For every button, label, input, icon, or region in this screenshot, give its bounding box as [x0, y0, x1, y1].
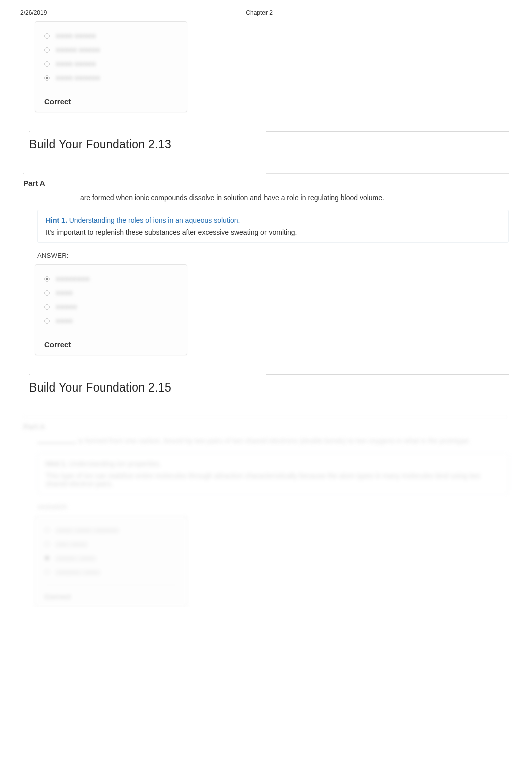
- option-row[interactable]: ■■■■■ ■■■■■: [44, 43, 178, 57]
- hint-topic: Understanding the roles of ions in an aq…: [69, 216, 240, 224]
- question-text: are formed when ionic compounds dissolve…: [37, 192, 509, 203]
- option-row[interactable]: ■■■ ■■■■: [44, 537, 178, 551]
- option-list: ■■■■ ■■■■■ ■■■■■ ■■■■■ ■■■■ ■■■■■ ■■■■ ■…: [44, 29, 178, 90]
- result-label: Correct: [44, 97, 178, 106]
- hint-topic: Understanding ion properties.: [69, 460, 161, 468]
- radio-icon: [44, 318, 50, 324]
- radio-icon: [44, 33, 50, 39]
- option-label: ■■■■ ■■■■■: [56, 32, 96, 40]
- section-title-215: Build Your Foundation 2.15: [29, 374, 509, 395]
- answer-panel-213: ■■■■■■■■ ■■■■ ■■■■■ ■■■■ Correct: [35, 264, 187, 355]
- page-chapter: Chapter 2: [27, 9, 492, 16]
- option-label: ■■■■■■ ■■■■: [56, 568, 100, 576]
- prev-answer-panel: ■■■■ ■■■■■ ■■■■■ ■■■■■ ■■■■ ■■■■■ ■■■■ ■…: [35, 21, 187, 112]
- result-label: Correct: [44, 592, 178, 601]
- question-suffix: are formed when ionic compounds dissolve…: [78, 193, 384, 202]
- option-row[interactable]: ■■■■: [44, 286, 178, 300]
- hint-body: It's important to replenish these substa…: [46, 228, 500, 236]
- hint-box: Hint 1. Understanding the roles of ions …: [37, 210, 509, 243]
- page: 2/26/2019 Chapter 2 ■■■■ ■■■■■ ■■■■■ ■■■…: [0, 0, 532, 607]
- part-label: Part A: [23, 417, 509, 431]
- option-row[interactable]: ■■■■■ ■■■■: [44, 551, 178, 565]
- option-row[interactable]: ■■■■: [44, 314, 178, 328]
- option-label: ■■■■: [56, 289, 73, 297]
- radio-icon: [44, 290, 50, 296]
- part-label: Part A: [23, 173, 509, 187]
- radio-icon: [44, 527, 50, 533]
- option-row[interactable]: ■■■■ ■■■■■: [44, 57, 178, 71]
- radio-icon: [44, 276, 50, 282]
- hint-title: Hint 1. Understanding the roles of ions …: [46, 216, 500, 224]
- option-list: ■■■■ ■■■■ ■■■■■■ ■■■ ■■■■ ■■■■■ ■■■■ ■■■…: [44, 523, 178, 585]
- radio-icon: [44, 569, 50, 575]
- hint-box: Hint 1. Understanding ion properties. Th…: [37, 453, 509, 494]
- option-label: ■■■■■ ■■■■: [56, 554, 96, 562]
- option-row[interactable]: ■■■■■: [44, 300, 178, 314]
- hint-body: This type of ion can stabilize entire mo…: [46, 472, 500, 488]
- question-text: is formed from one carbon, bound by two …: [37, 436, 509, 446]
- option-row[interactable]: ■■■■ ■■■■ ■■■■■■: [44, 523, 178, 537]
- hint-label: Hint 1.: [46, 460, 67, 468]
- option-row[interactable]: ■■■■ ■■■■■: [44, 29, 178, 43]
- option-row[interactable]: ■■■■■■ ■■■■: [44, 565, 178, 579]
- radio-icon: [44, 47, 50, 53]
- radio-icon: [44, 61, 50, 67]
- hint-label: Hint 1.: [46, 216, 67, 224]
- option-label: ■■■■ ■■■■■■: [56, 74, 100, 82]
- option-label: ■■■■■ ■■■■■: [56, 46, 100, 54]
- page-meta-header: 2/26/2019 Chapter 2: [20, 0, 512, 21]
- hidden-content-215: Part A is formed from one carbon, bound …: [23, 417, 509, 607]
- option-list: ■■■■■■■■ ■■■■ ■■■■■ ■■■■: [44, 272, 178, 333]
- option-row[interactable]: ■■■■■■■■: [44, 272, 178, 286]
- option-label: ■■■■ ■■■■■: [56, 60, 96, 68]
- option-label: ■■■■: [56, 317, 73, 325]
- option-row[interactable]: ■■■■ ■■■■■■: [44, 71, 178, 85]
- radio-icon: [44, 541, 50, 547]
- answer-label: ANSWER:: [37, 252, 509, 259]
- radio-icon: [44, 304, 50, 310]
- option-label: ■■■■■■■■: [56, 275, 90, 283]
- option-label: ■■■■■: [56, 303, 77, 311]
- result-label: Correct: [44, 340, 178, 349]
- fill-blank: [37, 193, 76, 200]
- radio-icon: [44, 75, 50, 81]
- question-suffix: is formed from one carbon, bound by two …: [78, 437, 471, 445]
- answer-panel-215: ■■■■ ■■■■ ■■■■■■ ■■■ ■■■■ ■■■■■ ■■■■ ■■■…: [35, 516, 187, 607]
- answer-label: ANSWER:: [37, 503, 509, 511]
- hint-title: Hint 1. Understanding ion properties.: [46, 460, 500, 468]
- section-title-213: Build Your Foundation 2.13: [29, 131, 509, 151]
- option-label: ■■■■ ■■■■ ■■■■■■: [56, 526, 119, 534]
- option-label: ■■■ ■■■■: [56, 540, 87, 548]
- radio-icon: [44, 555, 50, 561]
- fill-blank: [37, 436, 76, 443]
